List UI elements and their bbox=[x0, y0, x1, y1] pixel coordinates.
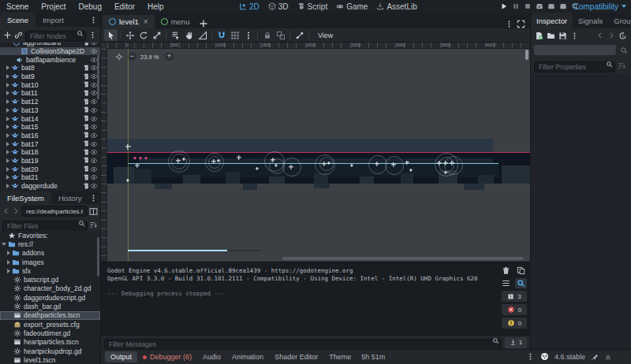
tab-scene[interactable]: Scene bbox=[0, 13, 35, 27]
movie-maker-button[interactable] bbox=[559, 2, 567, 10]
eye-icon[interactable] bbox=[90, 47, 98, 55]
warnings-toggle[interactable]: 0 bbox=[502, 318, 527, 329]
tab-signals[interactable]: Signals bbox=[573, 13, 608, 28]
file-tree-item[interactable]: heartpickupdrop.gd bbox=[0, 347, 100, 355]
collapse-duplicates-button[interactable] bbox=[500, 278, 512, 288]
scene-tree-node[interactable]: bat10 bbox=[0, 80, 100, 89]
scene-tree-node[interactable]: bat20 bbox=[0, 165, 100, 173]
stop-button[interactable] bbox=[524, 2, 532, 10]
view-menu-button[interactable]: View bbox=[312, 30, 338, 41]
expand-arrow[interactable] bbox=[6, 142, 9, 147]
grid-snap-toggle-button[interactable] bbox=[228, 29, 241, 41]
expand-arrow[interactable] bbox=[6, 175, 9, 180]
tab-inspector[interactable]: Inspector bbox=[531, 13, 573, 28]
zoom-level-label[interactable]: 23.9 % bbox=[140, 54, 159, 61]
expand-arrow[interactable] bbox=[7, 251, 10, 255]
scene-tree-menu-button[interactable] bbox=[88, 31, 97, 39]
add-node-button[interactable] bbox=[3, 31, 12, 39]
script-icon[interactable] bbox=[83, 140, 90, 147]
scene-tree-node[interactable]: aggrohazard bbox=[0, 43, 100, 47]
file-sort-button[interactable] bbox=[89, 221, 98, 229]
rotate-mode-button[interactable] bbox=[136, 29, 150, 41]
eye-icon[interactable] bbox=[90, 140, 98, 148]
scene-tree-scrollbar[interactable] bbox=[97, 55, 99, 99]
distraction-free-button[interactable] bbox=[517, 20, 525, 28]
renderer-selector[interactable]: Compatibility bbox=[573, 0, 626, 13]
horizontal-scrollbar[interactable] bbox=[282, 257, 524, 260]
scene-tree-node[interactable]: CollisionShape2D bbox=[0, 47, 100, 56]
group-selected-button[interactable] bbox=[274, 29, 287, 41]
nav-back-button[interactable] bbox=[2, 207, 10, 215]
filter-messages-input[interactable] bbox=[104, 339, 502, 350]
play-scene-button[interactable] bbox=[536, 2, 543, 10]
file-tree-scrollbar[interactable] bbox=[97, 237, 99, 277]
menu-scene[interactable]: Scene bbox=[0, 2, 35, 12]
editor-mode-assetlib[interactable]: AssetLib bbox=[376, 2, 416, 11]
tab-history[interactable]: History bbox=[51, 191, 89, 204]
scene-tree-node[interactable]: bat13 bbox=[0, 106, 100, 115]
script-icon[interactable] bbox=[83, 81, 90, 88]
pause-button[interactable] bbox=[512, 2, 520, 10]
scene-tree-node[interactable]: bat11 bbox=[0, 89, 100, 98]
editor-mode-3d[interactable]: 3D bbox=[268, 2, 289, 11]
zoom-out-button[interactable]: − bbox=[128, 52, 136, 61]
collapse-arrow[interactable] bbox=[2, 243, 6, 246]
instance-scene-button[interactable] bbox=[14, 31, 23, 39]
resource-menu-button[interactable] bbox=[570, 32, 579, 40]
expand-arrow[interactable] bbox=[6, 167, 9, 172]
script-icon[interactable] bbox=[83, 43, 90, 46]
expand-arrow[interactable] bbox=[6, 158, 9, 163]
skeleton-options-button[interactable] bbox=[293, 29, 306, 41]
eye-icon[interactable] bbox=[90, 182, 98, 190]
menu-editor[interactable]: Editor bbox=[108, 2, 141, 12]
script-icon[interactable] bbox=[83, 65, 90, 72]
script-icon[interactable] bbox=[83, 98, 90, 106]
eye-icon[interactable] bbox=[90, 157, 98, 165]
list-select-mode-button[interactable] bbox=[169, 29, 182, 41]
select-mode-button[interactable] bbox=[104, 29, 118, 41]
open-docs-icon[interactable] bbox=[620, 46, 628, 54]
file-tree-item[interactable]: deathparticles.tscn bbox=[0, 311, 100, 320]
property-sort-button[interactable] bbox=[618, 61, 626, 70]
history-back-button[interactable] bbox=[596, 32, 604, 39]
close-icon[interactable]: × bbox=[144, 19, 148, 25]
smart-snap-toggle-button[interactable] bbox=[215, 29, 228, 41]
scene-tree-node[interactable]: bat17 bbox=[0, 139, 100, 148]
file-tree-item[interactable]: batscript.gd bbox=[0, 275, 100, 284]
expand-arrow[interactable] bbox=[6, 117, 9, 121]
messages-toggle[interactable]: 3 bbox=[502, 291, 527, 302]
expand-arrow[interactable] bbox=[6, 91, 9, 95]
expand-panel-icon[interactable] bbox=[604, 353, 612, 361]
expand-arrow[interactable] bbox=[6, 133, 9, 138]
expand-arrow[interactable] bbox=[6, 150, 9, 154]
bottom-tab-debugger-6-[interactable]: Debugger (6) bbox=[137, 351, 197, 362]
script-icon[interactable] bbox=[83, 115, 90, 122]
object-history-button[interactable] bbox=[618, 32, 627, 40]
eye-icon[interactable] bbox=[90, 173, 98, 181]
scene-tree-node[interactable]: bat21 bbox=[0, 173, 100, 182]
file-tree-item[interactable]: character_body_2d.gd bbox=[0, 284, 100, 293]
save-resource-button[interactable] bbox=[558, 32, 567, 40]
file-tree-item[interactable]: daggerdudescript.gd bbox=[0, 293, 100, 302]
zoom-in-button[interactable]: + bbox=[165, 52, 174, 61]
canvas-area[interactable]: − 23.9 % + ♥♥♥ bbox=[107, 49, 530, 262]
editor-mode-2d[interactable]: 2D bbox=[239, 2, 259, 11]
eye-icon[interactable] bbox=[90, 148, 98, 156]
new-scene-tab-button[interactable] bbox=[199, 19, 208, 28]
scene-tab-level1[interactable]: level1× bbox=[103, 15, 155, 28]
expand-arrow[interactable] bbox=[6, 83, 9, 87]
file-tree-item[interactable]: addons bbox=[0, 249, 100, 258]
ruler-mode-button[interactable] bbox=[196, 29, 209, 41]
expand-arrow[interactable] bbox=[6, 99, 9, 104]
script-icon[interactable] bbox=[83, 183, 90, 190]
file-tree-item[interactable]: Favorites: bbox=[0, 231, 100, 240]
file-tree-item[interactable]: level1.tscn bbox=[0, 355, 100, 364]
script-icon[interactable] bbox=[83, 132, 90, 139]
vertical-scrollbar[interactable] bbox=[525, 50, 528, 60]
pan-mode-button[interactable] bbox=[182, 29, 196, 41]
scene-tree-node[interactable]: daggerdude bbox=[0, 182, 100, 191]
split-view-button[interactable] bbox=[89, 207, 98, 216]
eye-icon[interactable] bbox=[90, 43, 98, 46]
expand-arrow[interactable] bbox=[6, 65, 9, 70]
pin-icon[interactable] bbox=[591, 353, 599, 361]
